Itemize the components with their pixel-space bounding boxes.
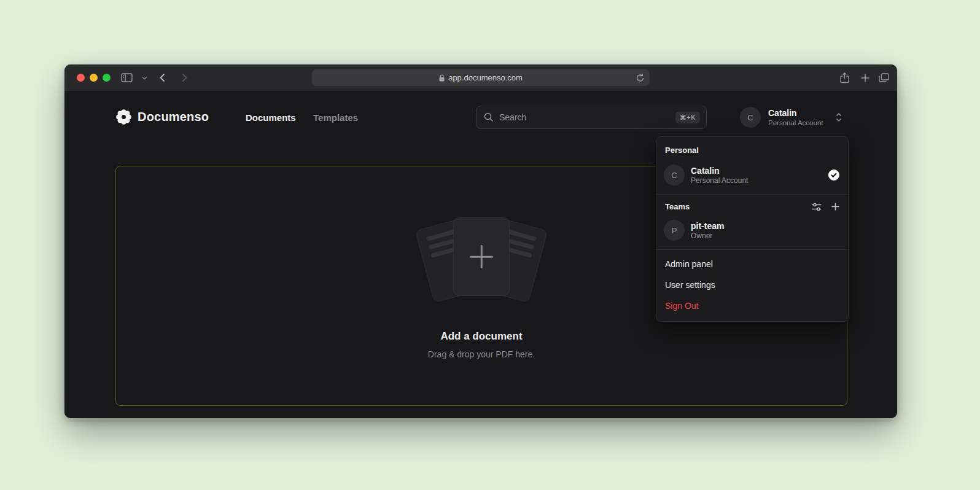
back-button-icon[interactable] (160, 73, 165, 82)
team-role: Owner (691, 231, 839, 241)
team-name: pit-team (691, 220, 839, 231)
share-icon[interactable] (840, 72, 849, 84)
minimize-window-button[interactable] (90, 74, 98, 82)
forward-button-icon[interactable] (182, 73, 187, 82)
address-url: app.documenso.com (448, 73, 523, 82)
account-subtitle: Personal Account (768, 119, 832, 127)
tab-overview-icon[interactable] (879, 73, 889, 82)
menu-divider (656, 194, 848, 195)
zoom-window-button[interactable] (103, 74, 111, 82)
create-team-plus-icon[interactable] (831, 203, 839, 211)
avatar: C (740, 107, 761, 128)
address-bar[interactable]: app.documenso.com (312, 69, 650, 86)
team-item[interactable]: P pit-team Owner (656, 215, 848, 246)
close-window-button[interactable] (77, 74, 85, 82)
search-bar[interactable]: ⌘+K (476, 106, 707, 129)
document-stack-illustration (414, 212, 549, 305)
dropzone-title: Add a document (440, 330, 522, 343)
personal-section-label: Personal (656, 141, 848, 160)
documenso-app: Documenso Documents Templates ⌘+K C Cata… (64, 91, 897, 418)
selected-check-icon (828, 169, 839, 181)
search-icon (484, 112, 494, 122)
account-menu-trigger[interactable]: C Catalin Personal Account (740, 107, 842, 128)
search-input[interactable] (499, 112, 675, 122)
browser-window: app.documenso.com (64, 64, 897, 418)
nav-templates[interactable]: Templates (313, 112, 358, 123)
reload-icon[interactable] (636, 74, 644, 82)
sidebar-chevron-down-icon[interactable] (142, 76, 147, 80)
personal-account-name: Catalin (691, 165, 828, 176)
menu-item-admin-panel[interactable]: Admin panel (656, 254, 848, 274)
new-tab-icon[interactable] (861, 74, 869, 82)
search-shortcut-badge: ⌘+K (675, 112, 700, 123)
account-dropdown-menu: Personal C Catalin Personal Account Team… (656, 136, 849, 322)
nav-documents[interactable]: Documents (246, 112, 296, 123)
lock-icon (439, 74, 445, 82)
team-avatar: P (664, 220, 685, 241)
chevrons-up-down-icon (836, 112, 842, 122)
personal-account-subtitle: Personal Account (691, 176, 828, 185)
personal-account-item[interactable]: C Catalin Personal Account (656, 160, 848, 190)
brand[interactable]: Documenso (115, 109, 209, 125)
add-document-plus-icon (470, 245, 493, 268)
teams-section-label: Teams (665, 202, 802, 211)
documenso-logo-icon (115, 109, 132, 125)
menu-divider (656, 249, 848, 250)
dropzone-subtitle: Drag & drop your PDF here. (428, 349, 535, 359)
manage-teams-icon[interactable] (812, 203, 822, 211)
traffic-lights (77, 74, 111, 82)
sidebar-toggle-icon[interactable] (121, 73, 133, 82)
browser-toolbar: app.documenso.com (64, 64, 897, 91)
menu-item-sign-out[interactable]: Sign Out (656, 295, 848, 316)
account-name: Catalin (768, 108, 832, 119)
avatar: C (664, 165, 685, 185)
teams-section-header: Teams (656, 198, 848, 215)
menu-item-user-settings[interactable]: User settings (656, 274, 848, 295)
document-card-center (453, 217, 510, 296)
brand-name: Documenso (138, 110, 209, 124)
